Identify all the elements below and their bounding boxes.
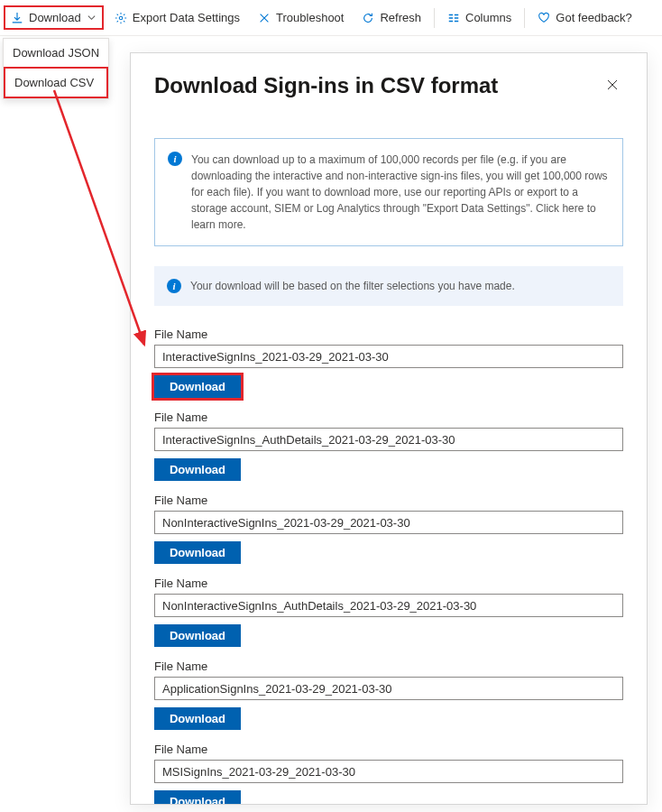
download-icon — [11, 12, 23, 24]
toolbar-sep — [524, 8, 525, 28]
file-name-label: File Name — [154, 743, 623, 756]
chevron-down-icon — [87, 13, 97, 23]
file-block: File Name Download — [154, 328, 623, 398]
refresh-label: Refresh — [380, 11, 421, 24]
panel-header: Download Sign-ins in CSV format — [154, 73, 623, 98]
info-icon: i — [167, 279, 181, 293]
file-name-label: File Name — [154, 660, 623, 673]
panel-title: Download Sign-ins in CSV format — [154, 73, 498, 98]
download-button[interactable]: Download — [154, 541, 241, 564]
export-data-settings-button[interactable]: Export Data Settings — [107, 5, 247, 30]
download-menu-button[interactable]: Download — [4, 5, 104, 30]
download-label: Download — [29, 11, 81, 24]
file-name-input[interactable] — [154, 677, 623, 700]
svg-point-0 — [119, 16, 123, 20]
download-button[interactable]: Download — [154, 707, 241, 730]
info-text: You can download up to a maximum of 100,… — [191, 152, 610, 233]
file-name-label: File Name — [154, 494, 623, 507]
refresh-button[interactable]: Refresh — [354, 5, 428, 30]
file-name-label: File Name — [154, 411, 623, 424]
info-records-limit: i You can download up to a maximum of 10… — [154, 138, 623, 246]
file-block: File Name Download — [154, 411, 623, 481]
info-text: Your download will be based on the filte… — [190, 280, 515, 292]
file-name-input[interactable] — [154, 594, 623, 617]
file-block: File Name Download — [154, 577, 623, 647]
export-label: Export Data Settings — [133, 11, 240, 24]
gear-icon — [115, 12, 127, 24]
file-block: File Name Download — [154, 660, 623, 730]
download-csv-item[interactable]: Download CSV — [4, 67, 108, 98]
file-name-label: File Name — [154, 328, 623, 341]
toolbar-sep — [434, 8, 435, 28]
info-icon: i — [168, 152, 182, 166]
download-button[interactable]: Download — [154, 624, 241, 647]
columns-icon — [447, 12, 460, 24]
file-name-input[interactable] — [154, 428, 623, 451]
file-name-input[interactable] — [154, 345, 623, 368]
file-name-input[interactable] — [154, 511, 623, 534]
feedback-button[interactable]: Got feedback? — [530, 5, 639, 30]
columns-label: Columns — [465, 11, 511, 24]
troubleshoot-label: Troubleshoot — [276, 11, 344, 24]
download-json-item[interactable]: Download JSON — [4, 39, 108, 67]
wrench-icon — [258, 12, 271, 24]
file-name-label: File Name — [154, 577, 623, 590]
heart-icon — [538, 12, 550, 24]
troubleshoot-button[interactable]: Troubleshoot — [251, 5, 351, 30]
refresh-icon — [362, 12, 374, 24]
download-button[interactable]: Download — [154, 375, 241, 398]
download-panel: Download Sign-ins in CSV format i You ca… — [130, 52, 648, 805]
download-button[interactable]: Download — [154, 790, 241, 805]
file-block: File Name Download — [154, 494, 623, 564]
feedback-label: Got feedback? — [556, 11, 632, 24]
download-dropdown: Download JSON Download CSV — [3, 38, 109, 99]
file-block: File Name Download — [154, 743, 623, 805]
close-button[interactable] — [602, 74, 623, 98]
file-name-input[interactable] — [154, 760, 623, 783]
close-icon — [605, 78, 620, 92]
columns-button[interactable]: Columns — [440, 5, 519, 30]
info-filter-notice: i Your download will be based on the fil… — [154, 266, 623, 306]
command-bar: Download Export Data Settings Troublesho… — [0, 0, 662, 36]
download-button[interactable]: Download — [154, 458, 241, 481]
